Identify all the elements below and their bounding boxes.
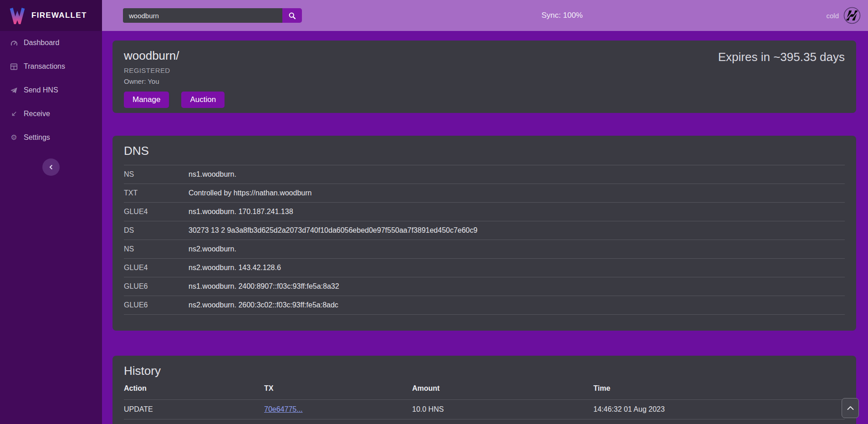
sidebar-item-label: Settings — [24, 133, 50, 142]
history-col-tx: TX — [264, 381, 412, 400]
history-amount: 10.0 HNS — [412, 419, 593, 424]
history-action: RENEW — [124, 419, 264, 424]
wallet-area: cold — [826, 7, 861, 24]
paper-plane-icon — [10, 87, 18, 94]
search-icon — [288, 12, 296, 20]
history-col-amount: Amount — [412, 381, 593, 400]
history-time: 15:45:08 07 Feb 2023 — [593, 419, 845, 424]
dns-record-row: GLUE6 ns1.woodburn. 2400:8907::f03c:93ff… — [124, 277, 845, 296]
dns-record-type: NS — [124, 165, 189, 184]
dns-record-value: ns1.woodburn. 2400:8907::f03c:93ff:fe5a:… — [189, 277, 845, 296]
domain-status: REGISTERED — [124, 66, 845, 74]
dns-table: NS ns1.woodburn. TXT Controlled by https… — [124, 165, 845, 315]
sidebar-item-label: Dashboard — [24, 39, 59, 47]
dns-record-value: ns1.woodburn. — [189, 165, 845, 184]
sync-status: Sync: 100% — [541, 11, 583, 20]
sidebar-item-label: Send HNS — [24, 86, 58, 94]
dns-record-value: ns2.woodburn. 2600:3c02::f03c:93ff:fe5a:… — [189, 296, 845, 315]
history-header-row: Action TX Amount Time — [124, 381, 845, 400]
dns-record-type: GLUE6 — [124, 296, 189, 315]
expires-label: Expires in ~395.35 days — [718, 50, 845, 64]
dns-record-row: NS ns1.woodburn. — [124, 165, 845, 184]
history-amount: 10.0 HNS — [412, 400, 593, 419]
dns-record-value: 30273 13 2 9a3a8fb3d625d2a2073d740f10da6… — [189, 221, 845, 240]
brand-name: FIREWALLET — [31, 11, 87, 20]
sidebar-collapse-button[interactable] — [42, 158, 60, 176]
dns-heading: DNS — [124, 144, 845, 158]
search-bar — [123, 8, 302, 23]
dns-record-row: GLUE4 ns2.woodburn. 143.42.128.6 — [124, 259, 845, 277]
wallet-name: cold — [826, 12, 839, 20]
search-button[interactable] — [282, 8, 302, 23]
history-time: 14:46:32 01 Aug 2023 — [593, 400, 845, 419]
dns-record-type: TXT — [124, 184, 189, 203]
dns-record-value: ns2.woodburn. — [189, 240, 845, 259]
chevron-left-icon — [48, 164, 54, 170]
auction-button[interactable]: Auction — [181, 92, 225, 108]
sidebar-item-label: Transactions — [24, 62, 65, 71]
dns-record-type: GLUE4 — [124, 259, 189, 277]
gauge-icon — [10, 39, 18, 46]
history-heading: History — [124, 364, 845, 378]
sidebar: FIREWALLET Dashboard Transactions Send H… — [0, 0, 102, 424]
history-row: UPDATE 70e64775... 10.0 HNS 14:46:32 01 … — [124, 400, 845, 419]
sidebar-item-label: Receive — [24, 110, 50, 118]
manage-button[interactable]: Manage — [124, 92, 169, 108]
history-card: History Action TX Amount Time UPDATE 70e… — [112, 356, 856, 424]
dns-record-value: ns1.woodburn. 170.187.241.138 — [189, 203, 845, 221]
dns-record-row: GLUE4 ns1.woodburn. 170.187.241.138 — [124, 203, 845, 221]
firewallet-logo-icon — [9, 7, 26, 24]
history-col-time: Time — [593, 381, 845, 400]
table-icon — [10, 63, 18, 70]
chevron-up-icon — [847, 406, 854, 410]
tx-link[interactable]: 70e64775... — [264, 405, 303, 413]
dns-record-type: NS — [124, 240, 189, 259]
scroll-to-top-button[interactable] — [842, 398, 859, 418]
sidebar-item-dashboard[interactable]: Dashboard — [0, 31, 102, 55]
dns-record-type: DS — [124, 221, 189, 240]
topbar: Sync: 100% cold — [102, 0, 868, 31]
gear-icon: ⚙ — [10, 134, 18, 141]
dns-record-type: GLUE6 — [124, 277, 189, 296]
arrow-down-left-icon — [10, 111, 18, 117]
dns-record-row: GLUE6 ns2.woodburn. 2600:3c02::f03c:93ff… — [124, 296, 845, 315]
handshake-logo-icon[interactable] — [843, 7, 861, 24]
dns-record-row: NS ns2.woodburn. — [124, 240, 845, 259]
brand-header[interactable]: FIREWALLET — [0, 0, 102, 31]
search-input[interactable] — [123, 8, 282, 23]
dns-record-type: GLUE4 — [124, 203, 189, 221]
domain-owner: Owner: You — [124, 77, 845, 85]
history-col-action: Action — [124, 381, 264, 400]
dns-record-row: DS 30273 13 2 9a3a8fb3d625d2a2073d740f10… — [124, 221, 845, 240]
dns-record-value: Controlled by https://nathan.woodburn — [189, 184, 845, 203]
sidebar-item-receive[interactable]: Receive — [0, 102, 102, 126]
sidebar-item-settings[interactable]: ⚙ Settings — [0, 126, 102, 149]
history-action: UPDATE — [124, 400, 264, 419]
history-table: Action TX Amount Time UPDATE 70e64775...… — [124, 381, 845, 424]
sidebar-item-send-hns[interactable]: Send HNS — [0, 78, 102, 102]
domain-card: woodburn/ REGISTERED Owner: You Manage A… — [112, 41, 856, 113]
domain-actions: Manage Auction — [124, 92, 845, 108]
sidebar-item-transactions[interactable]: Transactions — [0, 55, 102, 78]
history-row: RENEW d72e5c6... 10.0 HNS 15:45:08 07 Fe… — [124, 419, 845, 424]
dns-card: DNS NS ns1.woodburn. TXT Controlled by h… — [112, 136, 856, 331]
dns-record-row: TXT Controlled by https://nathan.woodbur… — [124, 184, 845, 203]
sidebar-nav: Dashboard Transactions Send HNS Receive … — [0, 31, 102, 149]
dns-record-value: ns2.woodburn. 143.42.128.6 — [189, 259, 845, 277]
